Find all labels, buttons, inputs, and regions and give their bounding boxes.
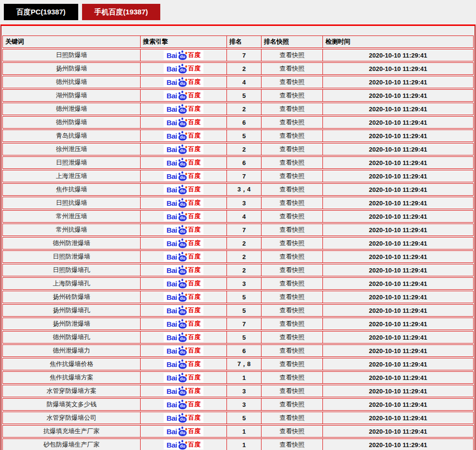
view-snapshot-link[interactable]: 查看快照 xyxy=(280,279,305,288)
time-cell: 2020-10-10 11:29:41 xyxy=(323,90,473,101)
view-snapshot-link[interactable]: 查看快照 xyxy=(280,239,305,248)
rank-cell: 3 xyxy=(227,399,262,410)
keyword-text: 徐州泄压墙 xyxy=(56,145,87,154)
view-snapshot-link[interactable]: 查看快照 xyxy=(280,158,305,167)
view-snapshot-link[interactable]: 查看快照 xyxy=(280,373,305,382)
rank-value: 6 xyxy=(242,347,246,355)
time-cell: 2020-10-10 11:29:41 xyxy=(323,439,473,450)
keyword-text: 焦作抗爆墙 xyxy=(56,185,87,194)
engine-cell: Bai du 百度 xyxy=(141,237,227,249)
baidu-paw-icon: du xyxy=(178,131,188,141)
header-rank: 排名 xyxy=(227,36,262,47)
engine-cell: Bai du 百度 xyxy=(141,103,227,115)
table-row: 扬州砖防爆墙 Bai du 百度 5 查看快照 2020-10-10 11:29… xyxy=(2,291,474,303)
baidu-paw-icon: du xyxy=(178,319,188,329)
baidu-logo-cn-text: 百度 xyxy=(188,360,201,368)
baidu-logo-du-text: du xyxy=(178,336,187,342)
keyword-text: 水管穿防爆墙方案 xyxy=(47,387,96,395)
view-snapshot-link[interactable]: 查看快照 xyxy=(280,78,305,86)
baidu-logo-icon: Bai du 百度 xyxy=(164,238,203,248)
baidu-logo-cn-text: 百度 xyxy=(188,225,201,234)
check-time-value: 2020-10-10 11:29:41 xyxy=(369,253,427,261)
table-row: 常州抗爆墙 Bai du 百度 7 查看快照 2020-10-10 11:29:… xyxy=(2,224,474,236)
rank-cell: 2 xyxy=(227,143,262,155)
view-snapshot-link[interactable]: 查看快照 xyxy=(280,118,305,127)
time-cell: 2020-10-10 11:29:41 xyxy=(323,278,473,289)
baidu-logo-bai-text: Bai xyxy=(167,347,177,355)
baidu-logo-icon: Bai du 百度 xyxy=(164,292,203,302)
time-cell: 2020-10-10 11:29:41 xyxy=(323,358,473,370)
view-snapshot-link[interactable]: 查看快照 xyxy=(280,252,305,261)
baidu-logo-icon: Bai du 百度 xyxy=(164,426,203,436)
check-time-value: 2020-10-10 11:29:41 xyxy=(369,146,427,153)
view-snapshot-link[interactable]: 查看快照 xyxy=(280,387,305,395)
view-snapshot-link[interactable]: 查看快照 xyxy=(280,320,305,328)
view-snapshot-link[interactable]: 查看快照 xyxy=(280,172,305,180)
rank-value: 2 xyxy=(242,240,246,247)
baidu-logo-du-text: du xyxy=(178,269,187,275)
view-snapshot-link[interactable]: 查看快照 xyxy=(280,64,305,73)
view-snapshot-link[interactable]: 查看快照 xyxy=(280,131,305,140)
tab-baidu-mobile[interactable]: 手机百度(19387) xyxy=(82,4,161,20)
view-snapshot-link[interactable]: 查看快照 xyxy=(280,333,305,342)
time-cell: 2020-10-10 11:29:41 xyxy=(323,372,473,383)
baidu-logo-du-text: du xyxy=(178,175,187,181)
snapshot-cell: 查看快照 xyxy=(262,49,323,61)
rank-value: 5 xyxy=(242,414,246,422)
rank-value: 1 xyxy=(242,441,246,449)
view-snapshot-link[interactable]: 查看快照 xyxy=(280,199,305,207)
table-row: 常州泄压墙 Bai du 百度 4 查看快照 2020-10-10 11:29:… xyxy=(2,210,474,223)
view-snapshot-link[interactable]: 查看快照 xyxy=(280,440,305,449)
snapshot-cell: 查看快照 xyxy=(262,332,323,343)
keyword-cell: 德州泄爆墙 xyxy=(3,103,141,115)
view-snapshot-link[interactable]: 查看快照 xyxy=(280,293,305,301)
view-snapshot-link[interactable]: 查看快照 xyxy=(280,105,305,113)
check-time-value: 2020-10-10 11:29:41 xyxy=(369,213,427,220)
view-snapshot-link[interactable]: 查看快照 xyxy=(280,400,305,409)
check-time-value: 2020-10-10 11:29:41 xyxy=(369,267,427,274)
view-snapshot-link[interactable]: 查看快照 xyxy=(280,185,305,194)
tab-baidu-pc[interactable]: 百度PC(19387) xyxy=(4,4,78,20)
baidu-logo-cn-text: 百度 xyxy=(188,131,201,140)
time-cell: 2020-10-10 11:29:41 xyxy=(323,184,473,195)
baidu-paw-icon: du xyxy=(178,91,188,100)
table-row: 青岛抗爆墙 Bai du 百度 5 查看快照 2020-10-10 11:29:… xyxy=(2,130,474,142)
table-row: 日照泄爆墙 Bai du 百度 6 查看快照 2020-10-10 11:29:… xyxy=(2,156,474,169)
keyword-text: 湖州防爆墙 xyxy=(56,91,87,100)
view-snapshot-link[interactable]: 查看快照 xyxy=(280,360,305,368)
view-snapshot-link[interactable]: 查看快照 xyxy=(280,346,305,355)
time-cell: 2020-10-10 11:29:41 xyxy=(323,117,473,128)
check-time-value: 2020-10-10 11:29:41 xyxy=(369,200,427,207)
baidu-paw-icon: du xyxy=(178,104,188,114)
baidu-logo-icon: Bai du 百度 xyxy=(164,104,203,114)
snapshot-cell: 查看快照 xyxy=(262,224,323,236)
snapshot-cell: 查看快照 xyxy=(262,278,323,289)
view-snapshot-link[interactable]: 查看快照 xyxy=(280,225,305,234)
keyword-cell: 徐州泄压墙 xyxy=(3,143,141,155)
baidu-logo-du-text: du xyxy=(178,430,187,436)
keyword-text: 日照抗爆墙 xyxy=(56,199,87,207)
time-cell: 2020-10-10 11:29:41 xyxy=(323,332,473,343)
view-snapshot-link[interactable]: 查看快照 xyxy=(280,145,305,154)
view-snapshot-link[interactable]: 查看快照 xyxy=(280,266,305,274)
view-snapshot-link[interactable]: 查看快照 xyxy=(280,427,305,436)
engine-cell: Bai du 百度 xyxy=(141,358,227,370)
rank-value: 1 xyxy=(242,374,246,381)
baidu-logo-icon: Bai du 百度 xyxy=(164,212,203,221)
view-snapshot-link[interactable]: 查看快照 xyxy=(280,51,305,59)
baidu-logo-cn-text: 百度 xyxy=(188,185,201,194)
keyword-text: 德州防爆墙孔 xyxy=(53,333,90,342)
view-snapshot-link[interactable]: 查看快照 xyxy=(280,91,305,100)
baidu-logo-bai-text: Bai xyxy=(167,333,177,342)
check-time-value: 2020-10-10 11:29:41 xyxy=(369,173,427,180)
baidu-paw-icon: du xyxy=(178,185,188,194)
view-snapshot-link[interactable]: 查看快照 xyxy=(280,306,305,315)
baidu-logo-icon: Bai du 百度 xyxy=(164,386,203,396)
table-row: 德州防爆墙孔 Bai du 百度 5 查看快照 2020-10-10 11:29… xyxy=(2,331,474,343)
view-snapshot-link[interactable]: 查看快照 xyxy=(280,212,305,221)
check-time-value: 2020-10-10 11:29:41 xyxy=(369,240,427,247)
baidu-logo-bai-text: Bai xyxy=(167,253,177,261)
rank-cell: 7 xyxy=(227,49,262,61)
view-snapshot-link[interactable]: 查看快照 xyxy=(280,414,305,422)
rank-cell: 7 xyxy=(227,318,262,330)
